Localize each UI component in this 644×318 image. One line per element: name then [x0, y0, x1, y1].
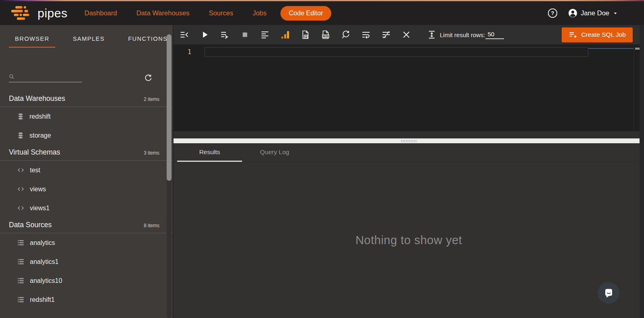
brand-name: pipes: [38, 6, 67, 20]
item-label: analytics10: [30, 277, 62, 285]
panel-splitter[interactable]: [174, 138, 644, 143]
browser-sidebar: BROWSER SAMPLES FUNCTIONS: [0, 25, 173, 318]
limit-rows-input[interactable]: [485, 31, 504, 39]
splitter-grip-icon[interactable]: [401, 140, 417, 142]
sidebar-item-views1[interactable]: views1: [0, 199, 173, 218]
run-all-icon[interactable]: [220, 30, 230, 40]
format-icon[interactable]: [260, 30, 270, 40]
refresh-icon[interactable]: [341, 30, 351, 40]
sidebar-item-redshift1[interactable]: redshift1: [0, 290, 173, 309]
row-height-icon: [427, 30, 436, 40]
create-sql-job-button[interactable]: Create SQL Job: [562, 27, 633, 42]
tab-query-log[interactable]: Query Log: [242, 143, 307, 162]
nav-link-sources[interactable]: Sources: [209, 9, 233, 17]
section-title: Virtual Schemas: [9, 148, 60, 157]
chat-bubble-icon: [603, 287, 614, 299]
database-icon: [17, 113, 24, 120]
database-icon: [17, 132, 24, 139]
limit-rows-label: Limit result rows:: [440, 31, 485, 38]
svg-text:?: ?: [551, 10, 554, 16]
section-count: 3 items: [144, 150, 159, 156]
editor-scrollbar-thumb[interactable]: [635, 48, 640, 50]
search-icon: [9, 74, 15, 80]
empty-results-message: Nothing to show yet: [174, 162, 644, 318]
nav-link-data-warehouses[interactable]: Data Warehouses: [136, 9, 189, 17]
tab-functions[interactable]: FUNCTIONS: [122, 36, 173, 48]
section-count: 2 items: [144, 96, 159, 102]
item-label: redshift1: [30, 296, 54, 303]
new-file-icon[interactable]: [301, 30, 310, 40]
sidebar-search-row: [9, 70, 173, 82]
data-source-icon: [17, 258, 25, 265]
code-icon: [17, 186, 25, 192]
no-word-wrap-icon[interactable]: [381, 30, 391, 40]
chevron-down-icon: [613, 11, 618, 16]
sidebar-scrollbar-thumb[interactable]: [167, 34, 171, 181]
results-tabs: Results Query Log: [174, 143, 644, 162]
refresh-browser-icon[interactable]: [144, 74, 153, 82]
sidebar-scrollbar-track[interactable]: [167, 34, 171, 318]
limit-rows-group: Limit result rows:: [427, 30, 504, 40]
section-title: Data Warehouses: [9, 94, 65, 103]
section-header-data-sources: Data Sources 8 items: [0, 218, 173, 233]
sidebar-item-analytics[interactable]: analytics: [0, 233, 173, 252]
code-icon: [17, 167, 25, 174]
section-title: Data Sources: [9, 221, 52, 229]
editor-toolbar: CSV: [174, 25, 644, 44]
item-label: storage: [29, 132, 51, 139]
pipes-logo-icon: [10, 6, 32, 21]
user-name: Jane Doe: [581, 9, 609, 17]
stop-icon[interactable]: [240, 30, 250, 40]
data-source-icon: [17, 277, 25, 284]
page-scroll-rail[interactable]: [640, 25, 644, 318]
item-label: analytics1: [30, 258, 59, 266]
item-label: views1: [30, 205, 50, 212]
sidebar-item-analytics1[interactable]: analytics1: [0, 252, 173, 271]
results-panel: Results Query Log Nothing to show yet: [174, 143, 644, 318]
code-icon: [17, 205, 25, 211]
help-icon[interactable]: ?: [548, 8, 558, 18]
chat-launcher-button[interactable]: [598, 282, 619, 304]
editor-gap: [174, 131, 644, 138]
search-field[interactable]: [9, 73, 82, 82]
sql-code-editor[interactable]: 1: [174, 44, 644, 131]
nav-link-jobs[interactable]: Jobs: [253, 9, 267, 17]
sidebar-tabs: BROWSER SAMPLES FUNCTIONS: [0, 25, 173, 48]
app-window: pipes Dashboard Data Warehouses Sources …: [0, 0, 644, 318]
tab-browser[interactable]: BROWSER: [9, 36, 55, 48]
sidebar-item-redshift[interactable]: redshift: [0, 107, 173, 126]
collapse-editor-icon[interactable]: [180, 30, 189, 40]
add-lines-icon: [569, 31, 577, 39]
word-wrap-icon[interactable]: [361, 30, 371, 40]
code-editor-button[interactable]: Code Editor: [280, 6, 332, 21]
close-icon[interactable]: [401, 30, 411, 40]
section-count: 8 items: [144, 223, 159, 228]
run-icon[interactable]: [200, 30, 209, 40]
export-csv-icon[interactable]: CSV: [321, 30, 330, 40]
editor-scrollbar-divider: [634, 47, 634, 131]
tab-samples[interactable]: SAMPLES: [67, 36, 111, 48]
line-number: 1: [174, 48, 191, 56]
nav-right-group: ? Jane Doe: [548, 8, 618, 18]
current-line-highlight[interactable]: [205, 47, 588, 57]
sidebar-item-test[interactable]: test: [0, 161, 173, 180]
user-avatar-icon: [568, 8, 577, 18]
data-source-icon: [17, 239, 25, 246]
user-menu[interactable]: Jane Doe: [568, 8, 618, 18]
data-source-icon: [17, 296, 25, 303]
sidebar-item-analytics10[interactable]: analytics10: [0, 271, 173, 290]
item-label: analytics: [30, 239, 55, 247]
editor-panel: CSV: [173, 25, 644, 318]
top-navigation-bar: pipes Dashboard Data Warehouses Sources …: [0, 1, 644, 25]
section-header-virtual-schemas: Virtual Schemas 3 items: [0, 145, 173, 161]
search-input[interactable]: [17, 73, 82, 80]
editor-selection-decoration: [588, 48, 634, 49]
sidebar-item-storage[interactable]: storage: [0, 126, 173, 145]
sidebar-item-views[interactable]: views: [0, 180, 173, 199]
tab-results[interactable]: Results: [177, 143, 242, 162]
item-label: redshift: [29, 113, 50, 120]
nav-link-dashboard[interactable]: Dashboard: [84, 9, 117, 17]
create-sql-job-label: Create SQL Job: [581, 31, 626, 38]
svg-text:CSV: CSV: [323, 35, 328, 38]
chart-icon[interactable]: [280, 30, 290, 40]
